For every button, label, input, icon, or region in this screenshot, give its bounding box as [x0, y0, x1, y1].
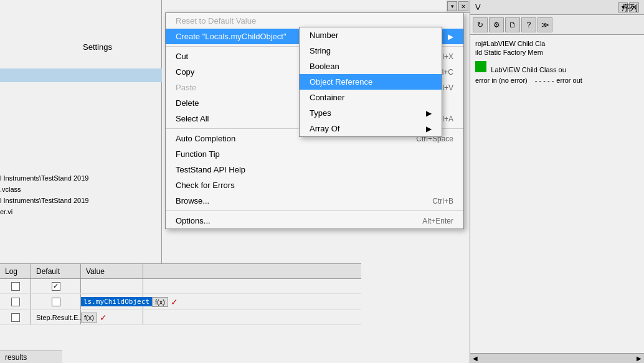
- col-default-header: Default: [31, 264, 81, 278]
- checkbox-default-1[interactable]: [52, 282, 60, 291]
- right-title-bar: V ▾ ✕: [470, 0, 644, 15]
- toolbar-refresh-btn[interactable]: ↻: [473, 17, 488, 32]
- menu-item-options[interactable]: Options... Alt+Enter: [166, 213, 463, 229]
- step-result-label: Step.Result.E...: [36, 314, 83, 321]
- value-cell-2: ls.myChildObject f(x) ✓: [81, 294, 143, 309]
- submenu-item-number[interactable]: Number: [300, 27, 442, 43]
- menu-separator-3: [166, 210, 463, 211]
- path-text-1: l Instruments\TestStand 2019: [0, 174, 88, 182]
- settings-header: Settings: [78, 40, 117, 54]
- menu-item-browse[interactable]: Browse... Ctrl+B: [166, 193, 463, 209]
- dotted-line: - - - - -: [535, 77, 554, 84]
- checkbox-1[interactable]: [11, 282, 20, 291]
- right-content-line1: roj#LabVIEW Child Cla: [475, 40, 639, 47]
- labview-label: LabVIEW Child Class ou: [491, 66, 566, 73]
- col-log-header: Log: [0, 264, 31, 278]
- right-content-line2: ild Static Factory Mem: [475, 49, 639, 56]
- menu-item-teststand-api[interactable]: TestStand API Help: [166, 162, 463, 177]
- error-row: error in (no error) - - - - - error out: [475, 77, 639, 84]
- scroll-right-btn[interactable]: ▶: [634, 355, 644, 362]
- checkbox-3[interactable]: [11, 313, 20, 322]
- path-text-4: er.vi: [0, 208, 12, 215]
- right-panel-title: V: [475, 2, 481, 12]
- error-in-label: error in (no error): [475, 77, 528, 84]
- green-indicator: [475, 61, 486, 72]
- scrollbar-horizontal[interactable]: ◀ ▶: [470, 353, 644, 363]
- highlighted-value: ls.myChildObject: [81, 297, 152, 306]
- bottom-table: Log Default Value ls.myChildObject f(x) …: [0, 263, 361, 363]
- main-window-controls: ▾ ✕: [446, 0, 470, 13]
- toolbar-help-btn[interactable]: ?: [521, 17, 536, 32]
- submenu-item-array-of[interactable]: Array Of ▶: [300, 121, 442, 136]
- labview-row: LabVIEW Child Class ou: [475, 61, 639, 74]
- fx-button-3[interactable]: f(x): [81, 313, 97, 323]
- col-value-header: Value: [81, 264, 143, 278]
- toolbar-expand-btn[interactable]: ≫: [537, 17, 552, 32]
- right-panel: V ▾ ✕ ↻ ⚙ 🗋 ? ≫ roj#LabVIEW Child Cla il…: [470, 0, 644, 363]
- toolbar-settings-btn[interactable]: ⚙: [489, 17, 504, 32]
- log-checkbox-2[interactable]: [0, 294, 31, 309]
- results-bar: results: [0, 351, 62, 363]
- table-row: Step.Result.E... f(x) ✓: [0, 310, 361, 325]
- chinese-text-label: 序列: [622, 2, 638, 14]
- checkmark-3: ✓: [100, 313, 107, 323]
- path-text-2: .vclass: [0, 186, 21, 193]
- right-content: roj#LabVIEW Child Cla ild Static Factory…: [470, 35, 644, 89]
- default-checkbox-2[interactable]: [31, 294, 81, 309]
- default-checkbox-1[interactable]: [31, 279, 81, 293]
- selected-row: [0, 68, 162, 82]
- value-cell-1: [81, 279, 143, 293]
- table-row: ls.myChildObject f(x) ✓: [0, 294, 361, 310]
- toolbar-row: ↻ ⚙ 🗋 ? ≫: [470, 15, 644, 35]
- checkbox-default-2[interactable]: [52, 298, 60, 306]
- submenu: Number String Boolean Object Reference C…: [299, 27, 442, 137]
- types-arrow-icon: ▶: [426, 109, 432, 118]
- submenu-item-boolean[interactable]: Boolean: [300, 59, 442, 74]
- error-out-label: error out: [556, 77, 582, 84]
- menu-item-check-errors[interactable]: Check for Errors: [166, 177, 463, 193]
- submenu-item-string[interactable]: String: [300, 43, 442, 59]
- menu-item-function-tip[interactable]: Function Tip: [166, 146, 463, 162]
- toolbar-doc-btn[interactable]: 🗋: [505, 17, 520, 32]
- submenu-item-container[interactable]: Container: [300, 90, 442, 105]
- table-row: [0, 279, 361, 294]
- results-label: results: [5, 353, 27, 362]
- log-checkbox-3[interactable]: [0, 310, 31, 324]
- submenu-arrow-icon: ▶: [448, 32, 453, 41]
- fx-button-2[interactable]: f(x): [152, 297, 168, 307]
- submenu-item-object-reference[interactable]: Object Reference: [300, 74, 442, 90]
- close-main-btn[interactable]: ✕: [458, 1, 468, 11]
- checkbox-2[interactable]: [11, 298, 20, 306]
- log-checkbox-1[interactable]: [0, 279, 31, 293]
- value-cell-3: f(x) ✓: [81, 310, 143, 324]
- minimize-btn[interactable]: ▾: [447, 1, 457, 11]
- default-cell-3: Step.Result.E...: [31, 310, 81, 324]
- array-arrow-icon: ▶: [426, 125, 432, 133]
- scroll-left-btn[interactable]: ◀: [470, 355, 480, 362]
- path-text-3: l Instruments\TestStand 2019: [0, 197, 88, 204]
- settings-label: Settings: [83, 42, 112, 52]
- table-header: Log Default Value: [0, 264, 361, 279]
- checkmark-2: ✓: [171, 297, 178, 307]
- submenu-item-types[interactable]: Types ▶: [300, 105, 442, 121]
